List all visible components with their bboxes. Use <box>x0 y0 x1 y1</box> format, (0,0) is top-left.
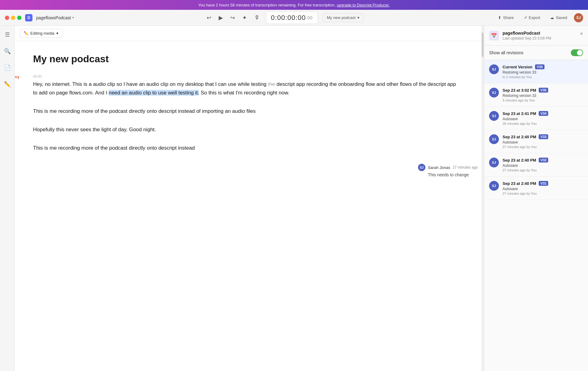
banner-text: You have 2 hours 58 minutes of transcrip… <box>198 3 336 7</box>
revision-content-2: Sep 23 at 3:02 PM V35 Restoring version … <box>503 88 583 102</box>
revision-avatar-4: SJ <box>489 134 499 144</box>
comment-header: SJ Sarah Jonas 27 minutes ago <box>418 164 478 171</box>
maximize-window-button[interactable] <box>17 16 21 20</box>
revision-item-6[interactable]: SJ Sep 23 at 2:40 PM V31 Autosave 27 min… <box>484 177 588 200</box>
avatar[interactable]: SJ <box>574 13 583 22</box>
share-icon: ⬆ <box>498 15 501 20</box>
revision-desc-4: Autosave <box>503 140 583 144</box>
revision-content-5: Sep 23 at 2:40 PM V32 Autosave 27 minute… <box>503 158 583 172</box>
minimize-window-button[interactable] <box>11 16 15 20</box>
microphone-button[interactable]: 🎙 <box>253 13 261 22</box>
revision-header-1: Current Version V36 <box>503 64 583 69</box>
revision-avatar-6: SJ <box>489 181 499 191</box>
sidebar-menu-icon[interactable]: ☰ <box>3 29 12 40</box>
editing-mode-button[interactable]: ✏️ Editing media ▾ <box>20 29 62 38</box>
revision-badge-4: V33 <box>539 134 548 139</box>
track-name-selector[interactable]: My new podcast ▾ <box>323 13 364 22</box>
effects-button[interactable]: ✦ <box>241 13 248 22</box>
transcript-block-1: 00:00 Ramy Hey, no internet. This is a a… <box>33 75 459 97</box>
revision-header-3: Sep 23 at 2:41 PM V34 <box>503 111 583 116</box>
comment-time: 27 minutes ago <box>453 165 478 170</box>
saved-button[interactable]: ☁ Saved <box>547 13 570 22</box>
editor-area: ✏️ Editing media ▾ My new podcast 00:00 … <box>15 26 484 371</box>
revision-avatar-2: SJ <box>489 88 499 98</box>
revision-avatar-3: SJ <box>489 111 499 121</box>
sidebar-edit-icon[interactable]: ✏️ <box>2 79 13 90</box>
revision-badge-2: V35 <box>539 88 548 93</box>
redo-button[interactable]: ↪ <box>229 13 236 22</box>
scrollbar-thumb[interactable] <box>482 33 484 57</box>
revision-item-3[interactable]: SJ Sep 23 at 2:41 PM V34 Autosave 26 min… <box>484 107 588 130</box>
export-button[interactable]: ↗ Export <box>521 13 544 22</box>
revision-title-6: Sep 23 at 2:40 PM <box>503 181 536 186</box>
revision-badge-3: V34 <box>539 111 548 116</box>
main-layout: ☰ 🔍 📄 ✏️ ✏️ Editing media ▾ My new podca… <box>0 26 588 371</box>
revision-title-5: Sep 23 at 2:40 PM <box>503 158 536 163</box>
revisions-list: SJ Current Version V36 Restoring version… <box>484 60 588 371</box>
revision-item-2[interactable]: SJ Sep 23 at 3:02 PM V35 Restoring versi… <box>484 83 588 107</box>
revision-header-6: Sep 23 at 2:40 PM V31 <box>503 181 583 186</box>
revision-title-1: Current Version <box>503 65 533 69</box>
revision-content-1: Current Version V36 Restoring version 33… <box>503 64 583 79</box>
project-name[interactable]: pageflowsPodcast ▾ <box>36 15 74 20</box>
sidebar-search-icon[interactable]: 🔍 <box>2 46 13 56</box>
transcript-block-2: This is me recording more of the podcast… <box>33 107 459 116</box>
editor-content[interactable]: My new podcast 00:00 Ramy Hey, no intern… <box>15 41 484 371</box>
right-panel: 📅 pageflowsPodcast Last updated Sep 23 3… <box>484 26 588 371</box>
toolbar-center: ↩ ▶ ↪ ✦ 🎙 0:00:00:00.00 My new podcast ▾ <box>78 12 491 24</box>
sidebar-documents-icon[interactable]: 📄 <box>2 63 13 73</box>
transcript-text-3: Hopefully this never sees the light of d… <box>33 125 459 134</box>
revision-item-5[interactable]: SJ Sep 23 at 2:40 PM V32 Autosave 27 min… <box>484 153 588 177</box>
revision-content-4: Sep 23 at 2:40 PM V33 Autosave 27 minute… <box>503 134 583 149</box>
commenter-avatar: SJ <box>418 164 425 171</box>
left-sidebar: ☰ 🔍 📄 ✏️ <box>0 26 15 371</box>
panel-subtitle: Last updated Sep 23 3:09 PM <box>503 36 551 40</box>
time-display: 0:00:00:00.00 <box>266 12 318 24</box>
revision-badge-1: V36 <box>535 64 545 69</box>
traffic-lights <box>5 16 21 20</box>
revision-avatar-1: SJ <box>489 64 499 74</box>
editor-toolbar: ✏️ Editing media ▾ <box>15 26 484 41</box>
transcript-text-1: Hey, no internet. This is a audio clip s… <box>33 80 459 97</box>
upgrade-link[interactable]: upgrade to Descript Producer. <box>337 3 390 7</box>
revision-item-4[interactable]: SJ Sep 23 at 2:40 PM V33 Autosave 27 min… <box>484 130 588 153</box>
close-window-button[interactable] <box>5 16 9 20</box>
calendar-icon: 📅 <box>489 31 499 40</box>
revision-header-4: Sep 23 at 2:40 PM V33 <box>503 134 583 139</box>
chevron-down-icon: ▾ <box>72 16 74 20</box>
highlighted-text: need an audio clip to use well testing i… <box>109 90 199 96</box>
transcript-text-2: This is me recording more of the podcast… <box>33 107 459 116</box>
revision-time-6: 27 minutes ago by You <box>503 192 583 195</box>
revision-title-2: Sep 23 at 3:02 PM <box>503 88 536 93</box>
revision-desc-5: Autosave <box>503 163 583 168</box>
revision-badge-6: V31 <box>539 181 548 186</box>
strikethrough-text: the <box>268 81 275 87</box>
app-icon: D <box>25 14 32 21</box>
revision-badge-5: V32 <box>539 158 548 163</box>
revision-header-2: Sep 23 at 3:02 PM V35 <box>503 88 583 93</box>
close-panel-button[interactable]: × <box>580 31 583 37</box>
document-title: My new podcast <box>33 53 459 65</box>
play-button[interactable]: ▶ <box>217 13 224 22</box>
revision-desc-1: Restoring version 33 <box>503 70 583 75</box>
revision-time-1: in 2 minutes by You <box>503 75 583 79</box>
toolbar-right: ⬆ Share ↗ Export ☁ Saved SJ <box>495 13 583 22</box>
scrollbar-track[interactable] <box>481 26 484 371</box>
share-button[interactable]: ⬆ Share <box>495 13 517 22</box>
top-banner: You have 2 hours 58 minutes of transcrip… <box>0 0 588 10</box>
cloud-icon: ☁ <box>550 15 554 20</box>
revision-desc-6: Autosave <box>503 187 583 191</box>
panel-info: pageflowsPodcast Last updated Sep 23 3:0… <box>503 31 551 40</box>
commenter-name: Sarah Jonas <box>428 165 450 170</box>
transcript-block-4: This is me recording more of the podcast… <box>33 144 459 152</box>
revision-item-1[interactable]: SJ Current Version V36 Restoring version… <box>484 60 588 83</box>
undo-button[interactable]: ↩ <box>205 13 213 22</box>
comment-bubble[interactable]: SJ Sarah Jonas 27 minutes ago This needs… <box>418 164 478 177</box>
revision-content-6: Sep 23 at 2:40 PM V31 Autosave 27 minute… <box>503 181 583 195</box>
toggle-switch[interactable] <box>571 49 583 56</box>
chevron-down-icon: ▾ <box>56 31 58 36</box>
comment-text: This needs to change <box>428 172 478 177</box>
title-bar: D pageflowsPodcast ▾ ↩ ▶ ↪ ✦ 🎙 0:00:00:0… <box>0 10 588 26</box>
revision-time-2: 5 minutes ago by You <box>503 98 583 102</box>
transcript-text-4: This is me recording more of the podcast… <box>33 144 459 152</box>
